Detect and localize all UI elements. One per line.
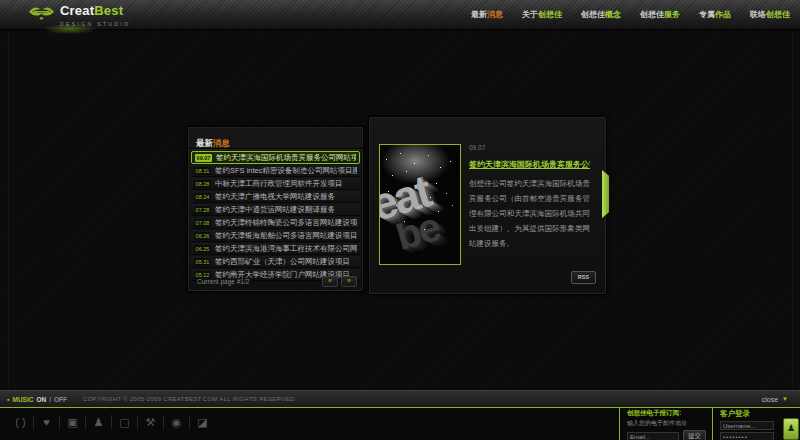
news-panel: 最新消息 09.07签约天津滨海国际机场贵宾服务公司网站项目建08.31签约SF… <box>187 126 364 292</box>
news-row[interactable]: 08.24签约天津广播电视大学网站建设服务 <box>191 191 360 203</box>
nav-item-label: 最新 <box>471 10 487 19</box>
news-detail-body: 09.07 签约天津滨海国际机场贵宾服务公司网站项目 创想佳公司签约天津滨海国际… <box>469 144 590 251</box>
detail-date: 09.07 <box>469 144 590 151</box>
detail-title-link[interactable]: 签约天津滨海国际机场贵宾服务公司网站项目 <box>469 159 590 170</box>
news-row-date: 06.25 <box>194 245 211 253</box>
username-input[interactable] <box>720 421 774 430</box>
nav-item-concept[interactable]: 创想佳概念 <box>581 9 621 20</box>
news-row-date: 07.28 <box>194 206 211 214</box>
page-frame-right <box>792 33 793 388</box>
nav-item-label: 关于 <box>522 10 538 19</box>
news-row-title: 签约天津广播电视大学网站建设服务 <box>215 192 335 202</box>
newsletter-title: 创想佳电子报订阅: <box>627 409 713 418</box>
news-row[interactable]: 09.07签约天津滨海国际机场贵宾服务公司网站项目建 <box>191 151 360 164</box>
login-button[interactable]: ♟ <box>783 418 799 440</box>
newsletter-subtitle: 输入您的电子邮件地址 <box>627 419 713 428</box>
copy-icon[interactable]: ▣ <box>60 413 85 431</box>
status-bar: ▪ MUSIC ON / OFF COPYRIGHT © 2005-2009 C… <box>0 390 800 408</box>
next-page-button[interactable]: » <box>341 276 357 287</box>
nav-item-about[interactable]: 关于创想佳 <box>522 9 562 20</box>
login-person-icon: ♟ <box>787 423 795 433</box>
newsletter-submit-button[interactable]: 提交 <box>683 430 706 440</box>
news-panel-title: 最新消息 <box>188 127 363 149</box>
brand-text: CreatBest DESIGN STUDIO <box>60 3 131 31</box>
news-row-date: 09.07 <box>195 154 212 162</box>
news-row-date: 07.08 <box>194 219 211 227</box>
prev-page-button[interactable]: « <box>322 276 338 287</box>
music-toggle[interactable]: ▪ MUSIC ON / OFF <box>7 396 67 403</box>
detail-image-glow <box>379 144 461 193</box>
news-row[interactable]: 07.28签约天津中通货运网站建设翻译服务 <box>191 204 360 216</box>
frame-icon[interactable]: ▢ <box>112 413 137 431</box>
page-indicator: Current page #1/2 <box>197 278 249 285</box>
nav-item-works[interactable]: 专属作品 <box>699 9 731 20</box>
footer-icon-row: ( )♥▣♟▢⚒◉◪ <box>8 413 215 431</box>
news-row-title: 中标天津工商行政管理局软件开发项目 <box>215 179 343 189</box>
news-detail-image: be eat <box>379 144 461 265</box>
news-row[interactable]: 08.28中标天津工商行政管理局软件开发项目 <box>191 178 360 190</box>
news-row-title: 签约天津中通货运网站建设翻译服务 <box>215 205 335 215</box>
photo-icon[interactable]: ◪ <box>190 413 215 431</box>
nav-item-contact[interactable]: 联络创想佳 <box>750 9 790 20</box>
tools-icon[interactable]: ⚒ <box>138 413 163 431</box>
news-row-title: 签约天津滨海港湾海事工程技术有限公司网站建 <box>215 244 357 254</box>
nav-item-label: 专属 <box>699 10 715 19</box>
password-input[interactable] <box>720 432 774 440</box>
music-on-label[interactable]: ON <box>36 396 46 403</box>
news-row-date: 08.28 <box>194 180 211 188</box>
person-icon[interactable]: ♟ <box>86 413 111 431</box>
login-form: 客户登录 ♟ <box>712 407 800 440</box>
music-off-label[interactable]: OFF <box>54 396 67 403</box>
nav-item-label: 创想佳 <box>581 10 605 19</box>
page: CreatBest DESIGN STUDIO 最新消息关于创想佳创想佳概念创想… <box>0 0 800 440</box>
newsletter-form: 创想佳电子报订阅: 输入您的电子邮件地址 提交 <box>619 407 713 440</box>
coin-icon[interactable]: ◉ <box>164 413 189 431</box>
news-pagination: Current page #1/2 « » <box>197 276 357 287</box>
code-icon[interactable]: ( ) <box>8 413 33 431</box>
news-row-date: 05.31 <box>194 258 211 266</box>
nav-item-service[interactable]: 创想佳服务 <box>640 9 680 20</box>
news-row-title: 签约SFS intec精密设备制造公司网站项目建设 <box>215 166 357 176</box>
brand-part-1: Creat <box>60 3 94 18</box>
news-row-date: 08.31 <box>194 167 211 175</box>
news-row-title: 签约天津银海船舶公司多语言网站建设项目 <box>215 231 357 241</box>
close-label: close <box>762 396 778 403</box>
copyright-text: COPYRIGHT © 2005-2009 CREATBEST.COM ALL … <box>83 396 296 402</box>
music-label: MUSIC <box>12 396 33 403</box>
news-panel-title-white: 最新 <box>196 138 213 148</box>
chevron-down-icon: ▼ <box>782 396 788 402</box>
heart-icon[interactable]: ♥ <box>34 413 59 431</box>
detail-image-sparkles <box>380 145 381 146</box>
news-row-title: 签约天津特锦特陶瓷公司多语言网站建设项目 <box>215 218 357 228</box>
header-bar: CreatBest DESIGN STUDIO 最新消息关于创想佳创想佳概念创想… <box>0 0 800 31</box>
nav-item-label-accent: 作品 <box>715 10 731 19</box>
rss-button[interactable]: RSS <box>571 271 596 284</box>
close-footer-button[interactable]: close ▼ <box>762 396 788 403</box>
nav-item-label: 创想佳 <box>640 10 664 19</box>
nav-item-label-accent: 概念 <box>605 10 621 19</box>
brand-tagline: DESIGN STUDIO <box>60 18 131 31</box>
news-row-date: 08.24 <box>194 193 211 201</box>
news-detail-panel: be eat 09.07 签约天津滨海国际机场贵宾服务公司网站项目 创想佳公司签… <box>368 116 607 295</box>
news-row-title: 签约天津滨海国际机场贵宾服务公司网站项目建 <box>216 153 356 163</box>
email-input[interactable] <box>627 432 679 440</box>
news-row[interactable]: 06.26签约天津银海船舶公司多语言网站建设项目 <box>191 230 360 242</box>
next-arrow-tab[interactable] <box>602 170 609 218</box>
butterfly-logo-icon <box>28 3 55 27</box>
brand-part-2: Best <box>94 3 123 18</box>
music-bullet-icon: ▪ <box>7 396 9 403</box>
news-row[interactable]: 08.31签约SFS intec精密设备制造公司网站项目建设 <box>191 165 360 177</box>
news-row[interactable]: 06.25签约天津滨海港湾海事工程技术有限公司网站建 <box>191 243 360 255</box>
nav-item-label-accent: 创想佳 <box>766 10 790 19</box>
news-row-title: 签约西部矿业（天津）公司网站建设项目 <box>215 257 350 267</box>
news-panel-title-accent: 消息 <box>213 138 230 148</box>
footer: ( )♥▣♟▢⚒◉◪ 创想佳电子报订阅: 输入您的电子邮件地址 提交 客户登录 … <box>0 407 800 440</box>
logo[interactable]: CreatBest DESIGN STUDIO <box>28 3 131 31</box>
news-row[interactable]: 05.31签约西部矿业（天津）公司网站建设项目 <box>191 256 360 268</box>
nav-item-label-accent: 创想佳 <box>538 10 562 19</box>
news-row[interactable]: 07.08签约天津特锦特陶瓷公司多语言网站建设项目 <box>191 217 360 229</box>
nav-item-news[interactable]: 最新消息 <box>471 9 503 20</box>
music-slash: / <box>49 396 51 403</box>
main-nav: 最新消息关于创想佳创想佳概念创想佳服务专属作品联络创想佳 <box>471 0 790 29</box>
news-row-date: 06.26 <box>194 232 211 240</box>
